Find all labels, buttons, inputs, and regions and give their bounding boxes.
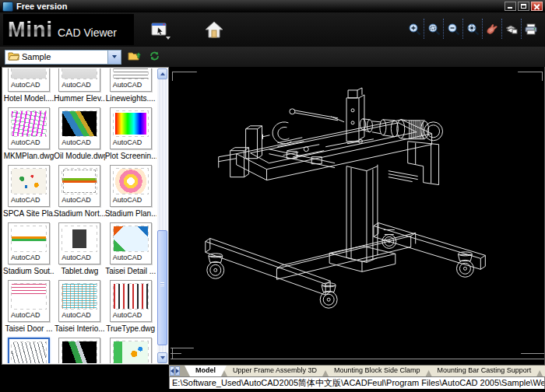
tab-scroll-right-button[interactable] <box>175 366 180 376</box>
thumbnail-card[interactable]: AutoCAD <box>58 68 100 92</box>
app-icon <box>2 2 13 12</box>
file-name: Taisei Interio... <box>54 324 104 333</box>
pan-button[interactable] <box>483 19 502 39</box>
refresh-icon <box>149 50 160 65</box>
file-path: E:\Software_Used\AutoCAD2005简体中文版\ACADFe… <box>170 377 544 389</box>
maximize-button[interactable] <box>518 2 529 11</box>
file-thumbnail[interactable]: AutoCAD Stadium Sout... <box>4 222 54 275</box>
thumbnail-card[interactable]: AutoCAD <box>110 222 152 264</box>
zoom-out-button[interactable] <box>444 19 463 39</box>
minimize-button[interactable] <box>505 2 516 11</box>
file-thumbnail[interactable]: AutoCAD Taisei Door ... <box>4 280 54 333</box>
thumbnail-checker <box>113 283 149 310</box>
thumbnail-card[interactable]: AutoCAD <box>110 280 152 322</box>
open-file-dropdown-icon[interactable] <box>166 37 171 40</box>
file-thumbnail[interactable]: AutoCAD Taisei Interio... <box>54 280 104 333</box>
file-thumbnail[interactable]: AutoCAD Hummer Elev... <box>54 68 104 103</box>
thumb-preview <box>114 341 148 363</box>
print-icon <box>524 23 538 36</box>
title-bar[interactable]: Free version <box>0 0 545 12</box>
thumbnail-card[interactable]: AutoCAD <box>110 165 152 207</box>
thumb-preview <box>12 169 46 194</box>
thumbnail-card[interactable]: AutoCAD <box>110 338 152 363</box>
thumbnail-card[interactable]: AutoCAD <box>58 222 100 264</box>
folder-select[interactable]: Sample <box>5 50 121 65</box>
file-name: Stadium Sout... <box>3 267 54 275</box>
layout-tab-bar: ModelUpper Frame Assembly 3DMounting Blo… <box>169 365 545 376</box>
zoom-out-icon <box>447 23 460 36</box>
layout-tab[interactable]: Upper Frame Assembly 3D <box>222 366 328 376</box>
file-thumbnail[interactable]: AutoCAD Oil Module.dwg <box>54 107 104 160</box>
thumbnail-viewport: AutoCAD Hotel Model.... AutoCAD Hummer E… <box>3 68 157 363</box>
layers-icon <box>505 23 519 36</box>
file-type-label: AutoCAD <box>9 138 49 146</box>
thumbnail-card[interactable]: AutoCAD <box>8 338 50 363</box>
drawing-canvas[interactable] <box>171 67 545 365</box>
file-type-label: AutoCAD <box>59 138 100 146</box>
thumbnail-card[interactable]: AutoCAD <box>58 280 100 322</box>
thumbnail-checker <box>62 110 97 137</box>
thumbnail-card[interactable]: AutoCAD <box>58 165 100 207</box>
thumb-preview <box>114 226 148 251</box>
file-type-label: AutoCAD <box>9 196 49 204</box>
file-thumbnail[interactable]: AutoCAD Hotel Model.... <box>4 68 54 103</box>
maximize-icon <box>521 4 526 9</box>
tab-scroll-left-button[interactable] <box>170 366 174 376</box>
thumbnail-checker <box>113 110 149 137</box>
thumbnail-card[interactable]: AutoCAD <box>8 68 50 92</box>
layers-button[interactable] <box>502 19 522 39</box>
file-thumbnail[interactable]: AutoCAD Taisei Detail ... <box>106 222 156 275</box>
zoom-in-icon <box>408 23 421 36</box>
thumbnail-card[interactable]: AutoCAD <box>8 107 50 149</box>
file-type-label: AutoCAD <box>111 311 151 319</box>
layout-tab[interactable]: Mounting Bar Casting Support <box>427 366 543 376</box>
open-file-icon <box>151 22 168 37</box>
up-folder-button[interactable] <box>126 49 142 65</box>
refresh-button[interactable] <box>146 49 162 65</box>
layout-tab[interactable]: Mounting Block Side Clamp <box>323 366 431 376</box>
file-thumbnail[interactable]: AutoCAD Welding Fixt... <box>54 338 104 363</box>
file-type-label: AutoCAD <box>59 196 100 204</box>
thumbnail-card[interactable]: AutoCAD <box>110 68 152 92</box>
file-thumbnail[interactable]: AutoCAD Tablet.dwg <box>54 222 104 275</box>
file-thumbnail[interactable]: AutoCAD Stadium Plan... <box>106 165 156 218</box>
thumbnail-card[interactable]: AutoCAD <box>58 338 100 363</box>
close-button[interactable] <box>531 2 543 11</box>
file-type-label: AutoCAD <box>9 254 49 261</box>
scroll-up-button[interactable] <box>157 68 167 79</box>
thumbnail-card[interactable]: AutoCAD <box>8 165 50 207</box>
file-thumbnail[interactable]: AutoCAD MKMPlan.dwg <box>4 107 54 160</box>
zoom-window-button[interactable] <box>424 19 444 39</box>
file-thumbnail[interactable]: AutoCAD TrueType.dwg <box>106 280 156 333</box>
file-name: Lineweights.... <box>106 94 156 103</box>
layout-tab[interactable]: Model <box>185 366 227 376</box>
file-thumbnail[interactable]: AutoCAD SPCA Site Pla... <box>4 165 54 218</box>
file-name: Stadium Plan... <box>105 209 156 218</box>
thumbnail-checker <box>62 68 97 79</box>
zoom-in-button[interactable] <box>405 19 424 39</box>
scroll-down-button[interactable] <box>157 352 167 363</box>
thumb-preview <box>12 284 46 309</box>
thumbnail-checker <box>11 110 47 137</box>
file-thumbnail[interactable]: AutoCAD Wilhome.dwg <box>106 338 156 363</box>
file-thumbnail[interactable]: AutoCAD Stadium Nort... <box>54 165 104 218</box>
home-button[interactable] <box>202 17 226 42</box>
print-button[interactable] <box>522 19 540 39</box>
thumbnail-card[interactable]: AutoCAD <box>8 280 50 322</box>
panel-scrollbar[interactable] <box>157 68 167 363</box>
file-name: Hummer Elev... <box>54 94 105 103</box>
scrollbar-thumb[interactable] <box>157 230 167 345</box>
open-file-button[interactable] <box>148 17 171 42</box>
status-bar: E:\Software_Used\AutoCAD2005简体中文版\ACADFe… <box>169 376 545 389</box>
file-thumbnail[interactable]: AutoCAD Welding Fixt... <box>4 338 54 363</box>
thumb-preview <box>114 68 148 79</box>
thumbnail-card[interactable]: AutoCAD <box>8 222 50 264</box>
zoom-extents-button[interactable] <box>463 19 483 39</box>
file-thumbnail[interactable]: AutoCAD Lineweights.... <box>106 68 156 103</box>
zoom-extents-icon <box>466 23 480 36</box>
thumbnail-card[interactable]: AutoCAD <box>58 107 100 149</box>
file-name: Stadium Nort... <box>54 209 105 218</box>
file-thumbnail[interactable]: AutoCAD Plot Screenin... <box>106 107 156 160</box>
folder-select-dropdown-button[interactable] <box>107 51 121 64</box>
thumbnail-card[interactable]: AutoCAD <box>110 107 152 149</box>
